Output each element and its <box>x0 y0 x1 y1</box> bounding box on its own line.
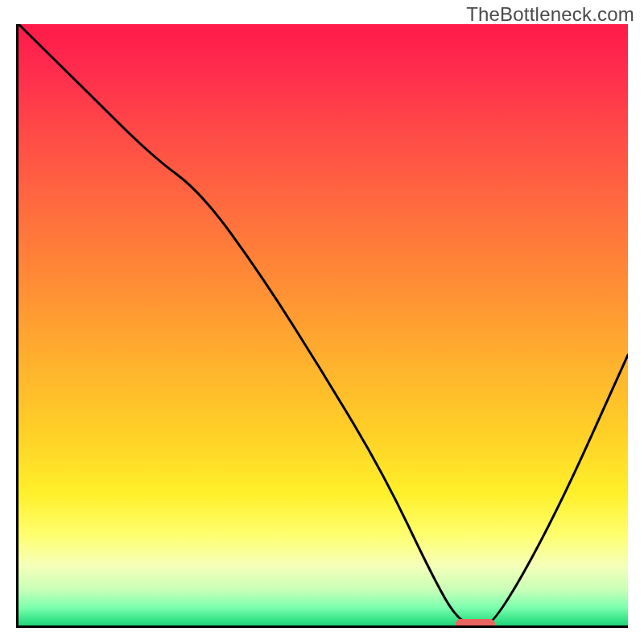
bottleneck-curve <box>19 24 628 625</box>
plot-area <box>19 24 628 625</box>
bottleneck-chart: TheBottleneck.com <box>0 0 644 644</box>
x-axis <box>16 625 628 628</box>
optimal-marker <box>456 619 495 625</box>
curve-layer <box>19 24 628 625</box>
watermark-label: TheBottleneck.com <box>466 3 634 26</box>
